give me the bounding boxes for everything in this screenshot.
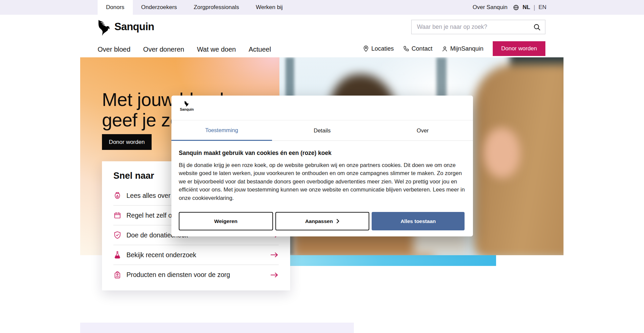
locaties-label: Locaties xyxy=(371,45,394,52)
flask-icon xyxy=(113,251,121,259)
toptab-donors[interactable]: Donors xyxy=(98,0,133,15)
brand-wordmark: Sanquin xyxy=(114,21,154,33)
calendar-icon xyxy=(113,211,121,219)
dialog-buttons: Weigeren Aanpassen Alles toestaan xyxy=(179,212,465,230)
sanquin-logo[interactable]: Sanquin xyxy=(96,18,154,36)
tab-details[interactable]: Details xyxy=(272,120,373,141)
nav-actueel[interactable]: Actueel xyxy=(249,46,271,53)
weigeren-label: Weigeren xyxy=(214,218,238,224)
lang-divider: | xyxy=(534,4,535,11)
pelican-logo-icon xyxy=(183,100,190,107)
site-header: Sanquin Over bloed Over doneren Wat we d… xyxy=(0,15,644,57)
header-utility-links: Locaties Contact M xyxy=(363,41,545,56)
nav-wat-we-doen[interactable]: Wat we doen xyxy=(197,46,236,53)
mijnsanquin-link[interactable]: MijnSanquin xyxy=(442,45,483,52)
toptab-onderzoekers[interactable]: Onderzoekers xyxy=(133,0,185,15)
search-input[interactable] xyxy=(417,23,533,31)
page: Donors Onderzoekers Zorgprofessionals We… xyxy=(0,0,644,333)
lang-en[interactable]: EN xyxy=(538,4,546,11)
cyan-accent-strip xyxy=(290,255,496,266)
quicklink-label: Bekijk recent onderzoek xyxy=(126,251,196,259)
dialog-content: Sanquin maakt gebruik van cookies én een… xyxy=(171,141,473,202)
dialog-tabs: Toestemming Details Over xyxy=(171,120,473,141)
shield-check-icon xyxy=(113,231,121,239)
alles-toestaan-button[interactable]: Alles toestaan xyxy=(372,212,465,230)
dialog-brand-wordmark: Sanquin xyxy=(180,107,194,111)
contact-label: Contact xyxy=(412,45,432,52)
toptab-zorgprofessionals[interactable]: Zorgprofessionals xyxy=(185,0,248,15)
globe-icon xyxy=(513,4,519,11)
tab-toestemming[interactable]: Toestemming xyxy=(171,120,272,141)
donor-worden-button[interactable]: Donor worden xyxy=(493,41,545,56)
lang-nl[interactable]: NL xyxy=(523,4,530,11)
nav-over-bloed[interactable]: Over bloed xyxy=(98,46,130,53)
phone-icon xyxy=(403,46,409,52)
cookie-heading: Sanquin maakt gebruik van cookies én een… xyxy=(179,150,464,157)
tab-over[interactable]: Over xyxy=(372,120,473,141)
chevron-right-icon xyxy=(336,219,339,224)
arrow-right-icon xyxy=(270,252,279,258)
locaties-link[interactable]: Locaties xyxy=(363,45,394,52)
person-icon xyxy=(442,46,448,52)
dialog-sanquin-logo: Sanquin xyxy=(179,100,194,111)
quicklink-onderzoek[interactable]: Bekijk recent onderzoek xyxy=(113,245,279,265)
contact-link[interactable]: Contact xyxy=(403,45,432,52)
alles-toestaan-label: Alles toestaan xyxy=(400,218,436,224)
site-search xyxy=(411,20,545,34)
next-section-block xyxy=(80,323,354,333)
audience-topbar: Donors Onderzoekers Zorgprofessionals We… xyxy=(0,0,644,15)
mijnsanquin-label: MijnSanquin xyxy=(450,45,483,52)
weigeren-button[interactable]: Weigeren xyxy=(179,212,273,230)
map-pin-icon xyxy=(363,45,369,52)
nav-over-doneren[interactable]: Over doneren xyxy=(143,46,184,53)
main-nav: Over bloed Over doneren Wat we doen Actu… xyxy=(98,46,271,53)
arrow-right-icon xyxy=(270,272,279,278)
aanpassen-label: Aanpassen xyxy=(305,218,333,224)
quicklink-producten[interactable]: Producten en diensten voor de zorg xyxy=(113,265,279,285)
quicklink-label: Producten en diensten voor de zorg xyxy=(126,271,230,279)
toptab-werken-bij[interactable]: Werken bij xyxy=(248,0,291,15)
aanpassen-button[interactable]: Aanpassen xyxy=(275,212,370,230)
over-sanquin-link[interactable]: Over Sanquin xyxy=(473,4,507,11)
pelican-logo-icon xyxy=(96,18,113,36)
blood-bag-icon xyxy=(113,191,121,200)
cookie-body-text: Bij de donatie krijg je een roze koek, o… xyxy=(179,161,466,202)
dialog-header: Sanquin xyxy=(171,96,473,120)
search-icon[interactable] xyxy=(533,23,541,31)
cookie-consent-dialog: Sanquin Toestemming Details Over Sanquin… xyxy=(171,96,473,236)
medical-box-icon xyxy=(113,271,121,279)
hero-donor-worden-button[interactable]: Donor worden xyxy=(102,134,152,150)
